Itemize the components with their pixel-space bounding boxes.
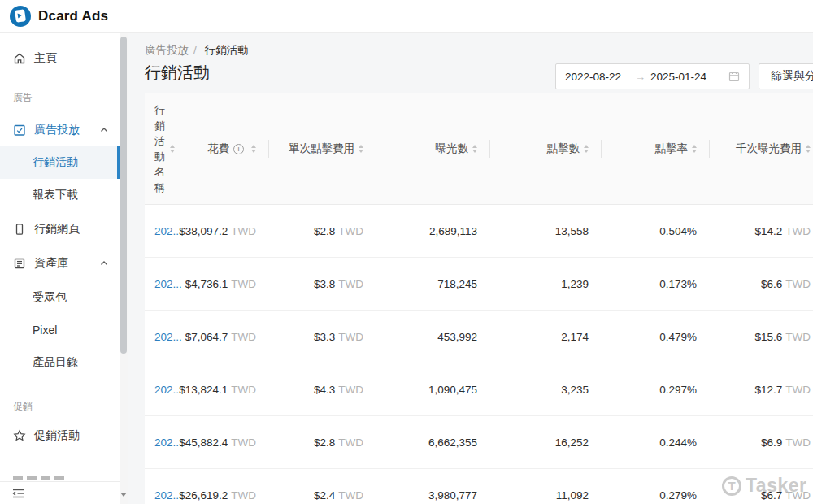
impressions-cell: 3,980,777 — [376, 469, 490, 504]
ctr-cell: 0.504% — [602, 205, 710, 257]
clicks-cell: 1,239 — [490, 258, 602, 310]
sorter-icon — [359, 145, 363, 153]
brand-name: Dcard Ads — [38, 8, 108, 24]
scrollbar-down-arrow-icon[interactable] — [120, 493, 127, 497]
date-range-picker[interactable]: → — [555, 63, 750, 89]
currency-label: TWD — [231, 489, 256, 502]
scrollbar-thumb[interactable] — [120, 37, 127, 354]
campaigns-table: 行銷活動名稱 花費 i 單次點擊費用 曝光數 點擊數 — [145, 93, 813, 504]
info-circle-icon[interactable]: i — [233, 144, 244, 154]
sidebar-item-promo-campaign[interactable]: 促銷活動 — [0, 419, 120, 452]
sidebar-item-label: 受眾包 — [33, 290, 67, 305]
campaign-name-link[interactable]: 202... — [154, 489, 182, 502]
impressions-cell: 453,992 — [376, 311, 490, 363]
table-row: 202... $4,736.1TWD $3.8TWD 718,245 1,239… — [145, 258, 813, 311]
impressions-cell: 2,689,113 — [376, 205, 490, 257]
cpc-cell: $3.8TWD — [269, 258, 376, 310]
sorter-icon — [806, 145, 811, 153]
sidebar-item-marketing-pages[interactable]: 行銷網頁 — [0, 213, 120, 245]
column-header-campaign[interactable]: 行銷活動名稱 — [145, 93, 189, 204]
sidebar-section-promo: 促銷 — [0, 397, 120, 416]
end-date-input[interactable] — [650, 71, 719, 83]
campaign-name-link[interactable]: 202... — [154, 384, 182, 396]
sidebar-item-asset-library[interactable]: 資產庫 — [0, 247, 120, 280]
campaign-name-link[interactable]: 202... — [154, 225, 182, 237]
sidebar-item-home[interactable]: 主頁 — [0, 42, 120, 75]
column-header-cpm[interactable]: 千次曝光費用 — [710, 93, 813, 204]
breadcrumb-separator: / — [193, 44, 197, 56]
cpc-cell: $4.3TWD — [269, 363, 376, 415]
sorter-icon — [170, 145, 175, 153]
column-header-spend[interactable]: 花費 i — [189, 93, 269, 204]
sidebar-item-label: 廣告投放 — [34, 123, 80, 137]
clicks-cell: 11,092 — [490, 469, 602, 504]
table-body: 202... $38,097.2TWD $2.8TWD 2,689,113 13… — [145, 205, 813, 504]
breadcrumb-current: 行銷活動 — [205, 44, 249, 56]
cpc-cell: $2.8TWD — [269, 416, 376, 468]
calendar-check-icon — [13, 124, 26, 137]
sidebar-item-campaigns[interactable]: 行銷活動 — [0, 146, 120, 179]
impressions-cell: 718,245 — [376, 258, 490, 310]
currency-label: TWD — [338, 278, 363, 290]
column-label: 花費 — [207, 141, 229, 156]
cpc-cell: $3.3TWD — [269, 311, 376, 363]
column-header-cpc[interactable]: 單次點擊費用 — [269, 93, 376, 204]
currency-label: TWD — [231, 331, 256, 343]
sidebar-item-report-download[interactable]: 報表下載 — [0, 179, 120, 211]
spend-cell: $4,736.1TWD — [189, 258, 269, 310]
clicks-cell: 3,235 — [490, 363, 602, 415]
sidebar-item-label: 行銷網頁 — [34, 222, 80, 237]
sorter-icon — [251, 145, 256, 153]
sidebar-item-label: 行銷活動 — [33, 155, 78, 170]
currency-label: TWD — [338, 225, 363, 237]
currency-label: TWD — [785, 384, 811, 396]
calendar-icon[interactable] — [728, 71, 740, 82]
spend-cell: $26,619.2TWD — [189, 469, 269, 504]
currency-label: TWD — [338, 384, 363, 396]
column-header-impressions[interactable]: 曝光數 — [376, 93, 490, 204]
clicks-cell: 16,252 — [490, 416, 602, 468]
page-title: 行銷活動 — [145, 62, 210, 84]
column-label: 行銷活動名稱 — [154, 102, 166, 195]
database-icon — [13, 257, 26, 270]
column-header-clicks[interactable]: 點擊數 — [490, 93, 602, 204]
currency-label: TWD — [338, 489, 363, 502]
column-label: 點擊數 — [547, 141, 580, 156]
column-header-ctr[interactable]: 點擊率 — [602, 93, 710, 204]
sorter-icon — [472, 145, 477, 153]
currency-label: TWD — [231, 225, 256, 237]
sidebar-item-label: 報表下載 — [33, 188, 78, 202]
sidebar-item-label: 主頁 — [34, 51, 57, 66]
campaign-name-link[interactable]: 202... — [154, 331, 182, 343]
spend-cell: $45,882.4TWD — [189, 416, 269, 468]
main-content: 廣告投放/行銷活動 行銷活動 → 篩選與分析 行銷活動名稱 花費 i — [128, 33, 813, 504]
sorter-icon — [584, 145, 589, 153]
dcard-logo-icon[interactable] — [10, 6, 31, 27]
sidebar-item-pixel[interactable]: Pixel — [0, 314, 120, 346]
column-label: 曝光數 — [436, 141, 469, 156]
sidebar-item-product-catalog[interactable]: 產品目錄 — [0, 346, 120, 379]
currency-label: TWD — [785, 331, 811, 343]
impressions-cell: 1,090,475 — [376, 363, 490, 415]
campaign-name-link[interactable]: 202... — [154, 437, 182, 449]
cpm-cell: $12.7TWD — [710, 363, 813, 415]
cpm-cell: $6.6TWD — [710, 258, 813, 310]
currency-label: TWD — [231, 437, 256, 449]
breadcrumb-parent-link[interactable]: 廣告投放 — [145, 44, 189, 56]
sidebar-item-ad-delivery[interactable]: 廣告投放 — [0, 114, 120, 146]
clicks-cell: 13,558 — [490, 205, 602, 257]
sidebar-footer — [0, 481, 120, 504]
currency-label: TWD — [231, 278, 256, 290]
sorter-icon — [692, 145, 697, 153]
campaign-name-link[interactable]: 202... — [154, 278, 182, 290]
sidebar: 主頁 廣告 廣告投放 行銷活動 報表下載 — [0, 33, 120, 504]
collapse-sidebar-icon[interactable] — [11, 487, 25, 500]
sidebar-item-audience-pack[interactable]: 受眾包 — [0, 281, 120, 314]
table-row: 202... $45,882.4TWD $2.8TWD 6,662,355 16… — [145, 416, 813, 469]
filter-analyze-button[interactable]: 篩選與分析 — [759, 63, 813, 89]
ctr-cell: 0.244% — [602, 416, 710, 468]
top-bar: Dcard Ads — [0, 0, 813, 33]
ctr-cell: 0.173% — [602, 258, 710, 310]
start-date-input[interactable] — [565, 71, 633, 83]
table-row: 202... $38,097.2TWD $2.8TWD 2,689,113 13… — [145, 205, 813, 258]
